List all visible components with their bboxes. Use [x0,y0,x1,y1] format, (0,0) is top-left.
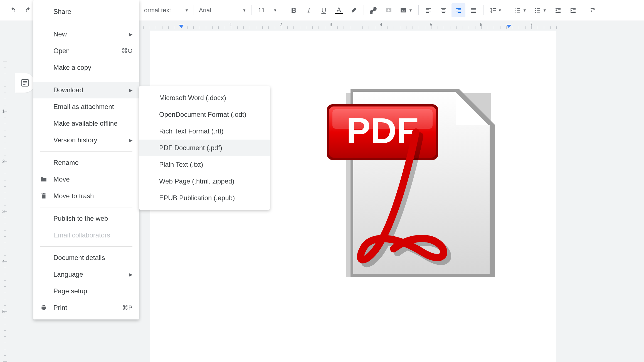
redo-button[interactable] [21,3,35,17]
insert-link-button[interactable] [367,3,381,17]
ruler-tick [494,26,494,29]
file-menu-item-new[interactable]: New▶ [33,26,139,43]
download-option-microsoft-word-docx-[interactable]: Microsoft Word (.docx) [139,90,270,106]
right-indent-marker[interactable] [506,25,511,29]
align-center-button[interactable] [436,3,450,17]
file-menu-item-document-details[interactable]: Document details [33,249,139,266]
paragraph-style-dropdown[interactable]: ormal text ▼ [141,3,191,17]
file-menu-item-make-available-offline[interactable]: Make available offline [33,115,139,132]
download-option-rich-text-format-rtf-[interactable]: Rich Text Format (.rtf) [139,123,270,140]
file-menu-item-version-history[interactable]: Version history▶ [33,132,139,148]
ruler-tick [237,26,238,29]
file-menu-item-email-as-attachment[interactable]: Email as attachment [33,98,139,115]
menu-item-label: Document details [53,254,132,262]
highlight-color-button[interactable] [347,3,361,17]
text-color-button[interactable]: A [332,3,346,17]
ruler-tick [362,26,363,29]
ruler-tick [4,343,6,343]
ruler-tick [250,26,250,29]
ruler-tick [4,293,6,293]
menu-item-label: Move [53,175,132,183]
menu-item-label: Make available offline [53,120,132,127]
pdf-badge-text: PDF [346,110,419,151]
ruler-tick [4,136,6,137]
clear-formatting-button[interactable]: T✕ [586,3,600,17]
ruler-tick [4,280,6,281]
download-option-epub-publication-epub-[interactable]: EPUB Publication (.epub) [139,190,270,206]
decrease-indent-button[interactable] [551,3,565,17]
insert-image-button[interactable]: ▼ [397,3,416,17]
left-indent-marker[interactable] [179,25,184,29]
menu-item-label: OpenDocument Format (.odt) [159,111,263,118]
menu-item-label: Publish to the web [53,215,132,222]
download-option-web-page-html-zipped-[interactable]: Web Page (.html, zipped) [139,173,270,190]
align-left-button[interactable] [421,3,435,17]
bold-button[interactable]: B [287,3,301,17]
chevron-down-icon: ▼ [185,8,189,13]
ruler-tick [356,26,356,29]
file-menu-item-page-setup[interactable]: Page setup [33,283,139,299]
ruler-tick [4,130,6,130]
svg-text:✕: ✕ [593,8,595,11]
undo-button[interactable] [6,3,20,17]
file-menu-item-download[interactable]: Download▶ [33,82,139,98]
svg-text:2: 2 [515,9,516,11]
menu-item-label: New [53,30,126,38]
file-menu-item-language[interactable]: Language▶ [33,266,139,283]
italic-button[interactable]: I [302,3,316,17]
download-option-opendocument-format-odt-[interactable]: OpenDocument Format (.odt) [139,106,270,123]
ruler-tick [4,180,6,180]
bulleted-list-button[interactable]: ▼ [531,3,550,17]
ruler-tick [143,26,144,29]
ruler-tick [4,236,6,237]
document-outline-button[interactable] [15,73,35,93]
ruler-tick [463,26,463,29]
ruler-tick [3,61,7,61]
menu-item-label: Move to trash [53,192,132,200]
ruler-tick [4,230,6,230]
file-menu-item-rename[interactable]: Rename [33,154,139,171]
separator [508,5,508,15]
menu-divider [40,79,132,79]
menu-item-label: Language [53,271,126,278]
file-menu-item-open[interactable]: Open⌘O [33,43,139,59]
file-menu-item-publish-to-the-web[interactable]: Publish to the web [33,210,139,227]
chevron-down-icon: ▼ [273,8,277,13]
file-menu-item-share[interactable]: Share [33,3,139,20]
file-menu-item-print[interactable]: Print⌘P [33,299,139,316]
underline-button[interactable]: U [317,3,331,17]
ruler-tick [4,355,6,356]
file-menu-item-move[interactable]: Move [33,171,139,188]
insert-comment-button[interactable] [382,3,396,17]
ruler-number: 5 [430,22,432,27]
ruler-tick [475,26,475,29]
ruler-number: 4 [2,259,5,264]
download-option-plain-text-txt-[interactable]: Plain Text (.txt) [139,156,270,173]
ruler-tick [156,26,156,29]
ruler-tick [419,26,419,29]
font-family-dropdown[interactable]: Arial ▼ [196,3,249,17]
line-spacing-button[interactable]: ▼ [486,3,505,17]
align-right-button[interactable] [451,3,465,17]
ruler-number: 2 [280,22,282,27]
submenu-arrow-icon: ▶ [129,138,132,143]
ruler-tick [438,26,438,29]
separator [418,5,419,15]
ruler-tick [4,286,6,287]
ruler-tick [337,26,338,29]
ruler-tick [4,193,6,193]
ruler-tick [375,26,375,29]
file-menu-item-move-to-trash[interactable]: Move to trash [33,188,139,204]
ruler-tick [4,93,6,93]
menu-item-label: Open [53,47,122,55]
numbered-list-button[interactable]: 123 ▼ [511,3,530,17]
increase-indent-button[interactable] [566,3,580,17]
font-size-dropdown[interactable]: 11 ▼ [254,3,282,17]
align-justify-button[interactable] [467,3,480,17]
download-option-pdf-document-pdf-[interactable]: PDF Document (.pdf) [139,140,270,156]
ruler-tick [444,26,444,29]
file-menu-item-make-a-copy[interactable]: Make a copy [33,59,139,76]
svg-point-7 [535,10,536,11]
download-submenu: Microsoft Word (.docx)OpenDocument Forma… [139,86,270,210]
separator [583,5,583,15]
